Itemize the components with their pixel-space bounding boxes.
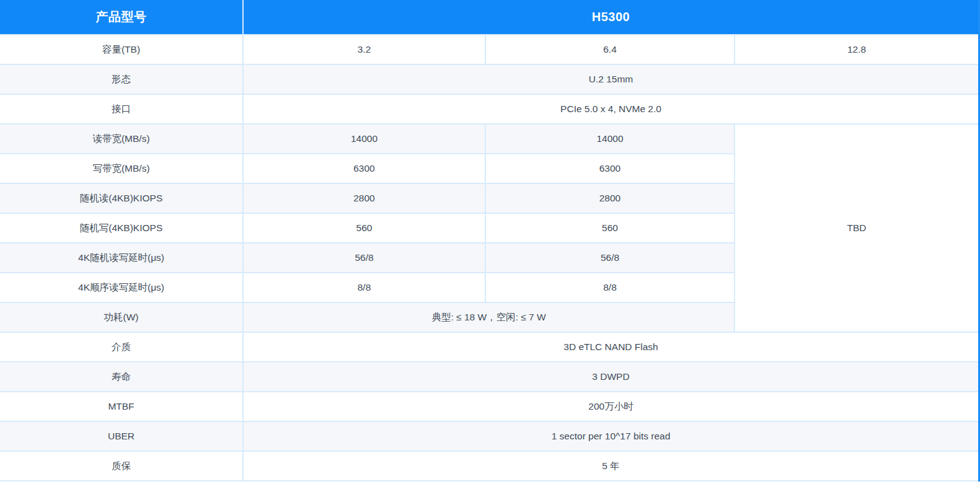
media-label: 介质 [0, 332, 243, 362]
interface-value: PCIe 5.0 x 4, NVMe 2.0 [243, 94, 978, 124]
sequential-latency-value-2: 8/8 [485, 273, 735, 302]
warranty-label: 质保 [0, 451, 243, 481]
tbd-cell: TBD [735, 124, 978, 332]
capacity-value-3: 12.8 [735, 35, 978, 64]
media-value: 3D eTLC NAND Flash [243, 332, 978, 362]
random-read-label: 随机读(4KB)KIOPS [0, 183, 243, 213]
write-bandwidth-value-1: 6300 [243, 154, 485, 183]
read-bandwidth-value-2: 14000 [485, 124, 735, 154]
row-media: 介质 3D eTLC NAND Flash [0, 332, 978, 362]
spec-page: 产品型号 H5300 容量(TB) 3.2 6.4 12.8 形态 U.2 15… [0, 0, 980, 484]
header-product-label: 产品型号 [0, 0, 243, 35]
random-latency-label: 4K随机读写延时(μs) [0, 243, 243, 273]
capacity-value-1: 3.2 [243, 35, 485, 64]
random-latency-value-1: 56/8 [243, 243, 485, 273]
endurance-value: 3 DWPD [243, 362, 978, 392]
random-latency-value-2: 56/8 [485, 243, 735, 273]
uber-label: UBER [0, 421, 243, 451]
read-bandwidth-label: 读带宽(MB/s) [0, 124, 243, 154]
header-model: H5300 [243, 0, 978, 35]
row-read-bandwidth: 读带宽(MB/s) 14000 14000 TBD [0, 124, 978, 154]
write-bandwidth-label: 写带宽(MB/s) [0, 154, 243, 183]
form-factor-value: U.2 15mm [243, 64, 978, 94]
sequential-latency-label: 4K顺序读写延时(μs) [0, 273, 243, 302]
uber-value: 1 sector per 10^17 bits read [243, 421, 978, 451]
table-header-row: 产品型号 H5300 [0, 0, 978, 35]
warranty-value: 5 年 [243, 451, 978, 481]
capacity-label: 容量(TB) [0, 35, 243, 64]
random-write-label: 随机写(4KB)KIOPS [0, 213, 243, 243]
row-capacity: 容量(TB) 3.2 6.4 12.8 [0, 35, 978, 64]
endurance-label: 寿命 [0, 362, 243, 392]
random-write-value-1: 560 [243, 213, 485, 243]
write-bandwidth-value-2: 6300 [485, 154, 735, 183]
row-uber: UBER 1 sector per 10^17 bits read [0, 421, 978, 451]
row-mtbf: MTBF 200万小时 [0, 392, 978, 421]
form-factor-label: 形态 [0, 64, 243, 94]
read-bandwidth-value-1: 14000 [243, 124, 485, 154]
power-value: 典型: ≤ 18 W，空闲: ≤ 7 W [243, 302, 735, 332]
mtbf-label: MTBF [0, 392, 243, 421]
spec-table-wrapper: 产品型号 H5300 容量(TB) 3.2 6.4 12.8 形态 U.2 15… [0, 0, 980, 482]
row-interface: 接口 PCIe 5.0 x 4, NVMe 2.0 [0, 94, 978, 124]
row-warranty: 质保 5 年 [0, 451, 978, 481]
random-write-value-2: 560 [485, 213, 735, 243]
product-spec-table: 产品型号 H5300 容量(TB) 3.2 6.4 12.8 形态 U.2 15… [0, 0, 978, 482]
row-form-factor: 形态 U.2 15mm [0, 64, 978, 94]
random-read-value-1: 2800 [243, 183, 485, 213]
interface-label: 接口 [0, 94, 243, 124]
row-endurance: 寿命 3 DWPD [0, 362, 978, 392]
power-label: 功耗(W) [0, 302, 243, 332]
mtbf-value: 200万小时 [243, 392, 978, 421]
sequential-latency-value-1: 8/8 [243, 273, 485, 302]
random-read-value-2: 2800 [485, 183, 735, 213]
capacity-value-2: 6.4 [485, 35, 735, 64]
